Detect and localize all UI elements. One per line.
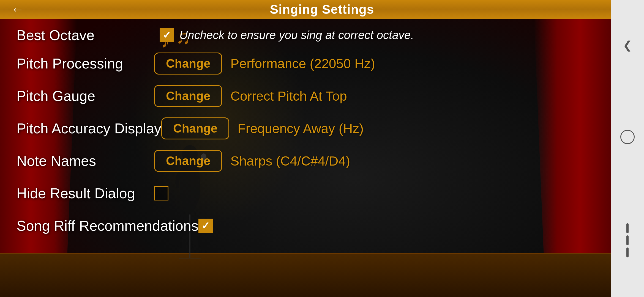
song-riff-checkbox[interactable]: ✓	[198, 219, 213, 233]
nav-menu-icon[interactable]	[626, 223, 629, 257]
pitch-accuracy-value: Frequency Away (Hz)	[238, 121, 364, 136]
best-octave-checkbox[interactable]: ✓	[160, 28, 174, 42]
hide-result-checkbox[interactable]	[154, 186, 168, 200]
settings-content: Best Octave ✓ Uncheck to ensure you sing…	[0, 19, 611, 297]
pitch-gauge-value: Correct Pitch At Top	[230, 89, 347, 104]
pitch-accuracy-change-button[interactable]: Change	[161, 117, 229, 139]
hide-result-row: Hide Result Dialog	[17, 181, 594, 206]
nav-bar: ❮	[611, 0, 644, 297]
nav-home-icon[interactable]	[620, 130, 635, 144]
best-octave-description: Uncheck to ensure you sing at correct oc…	[179, 29, 414, 42]
note-names-change-button[interactable]: Change	[154, 150, 222, 172]
note-names-value: Sharps (C4/C#4/D4)	[230, 153, 350, 169]
pitch-processing-change-button[interactable]: Change	[154, 53, 222, 75]
pitch-processing-value: Performance (22050 Hz)	[230, 56, 375, 71]
pitch-processing-label: Pitch Processing	[17, 55, 154, 72]
pitch-gauge-change-button[interactable]: Change	[154, 85, 222, 107]
song-riff-label: Song Riff Recommendations	[17, 218, 198, 234]
pitch-gauge-label: Pitch Gauge	[17, 88, 154, 104]
best-octave-row: Best Octave ✓ Uncheck to ensure you sing…	[17, 27, 594, 43]
pitch-gauge-row: Pitch Gauge Change Correct Pitch At Top	[17, 84, 594, 108]
nav-line-1	[626, 223, 629, 233]
pitch-accuracy-label: Pitch Accuracy Display	[17, 120, 161, 137]
hide-result-label: Hide Result Dialog	[17, 185, 154, 202]
song-riff-checkmark: ✓	[201, 221, 210, 231]
nav-chevron-icon[interactable]: ❮	[623, 40, 632, 51]
best-octave-label: Best Octave	[17, 27, 154, 43]
note-names-label: Note Names	[17, 153, 154, 169]
note-names-row: Note Names Change Sharps (C4/C#4/D4)	[17, 148, 594, 173]
pitch-accuracy-row: Pitch Accuracy Display Change Frequency …	[17, 116, 594, 141]
header: ← Singing Settings	[0, 0, 644, 19]
song-riff-row: Song Riff Recommendations ✓	[17, 213, 594, 238]
pitch-processing-row: Pitch Processing Change Performance (220…	[17, 51, 594, 76]
nav-line-3	[626, 248, 629, 257]
best-octave-checkmark: ✓	[163, 30, 171, 40]
nav-line-2	[626, 235, 629, 245]
header-title: Singing Settings	[270, 2, 374, 17]
back-button[interactable]: ←	[11, 3, 24, 16]
